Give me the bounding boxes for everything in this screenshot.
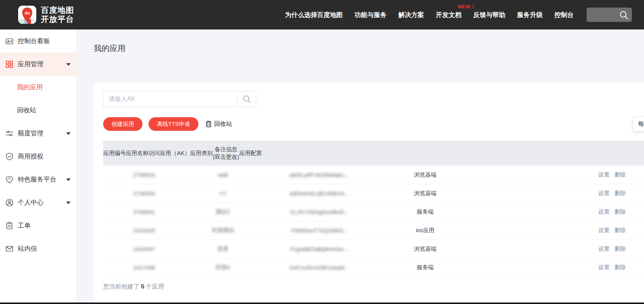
app-id-cell: 2708061 [103, 209, 185, 215]
column-header: 备注信息 (双击更改) [213, 146, 239, 161]
app-category-cell: 浏览器端 [378, 245, 472, 253]
delete-link[interactable]: 删除 [615, 227, 626, 233]
sidebar-item[interactable]: 应用管理 [0, 53, 77, 76]
table-row: 2423426 对接测试 YhbEkauT7sQs59kD... ios应用 设… [103, 221, 644, 240]
app-name-cell: 首查 [185, 245, 261, 253]
logo-wordmark: 百度地图 开放平台 [41, 6, 74, 24]
app-config-cell: 设置 删除 [580, 171, 644, 178]
page-size-label: 每页显示 [638, 120, 644, 128]
navbar-menu-label: 控制台 [554, 11, 574, 19]
app-name-cell: 对接测试 [185, 227, 261, 234]
recycle-bin-button[interactable]: 回收站 [205, 120, 232, 128]
navbar-menu-label: 反馈与帮助 [473, 11, 505, 19]
app-ak-cell: FcgwbBZaBq9HmGe... [261, 246, 378, 252]
applications-panel: 创建应用 离线TTS申请 回收站 每页显示 [94, 82, 644, 302]
navbar-menu-item[interactable]: 功能与服务 [355, 11, 387, 19]
settings-link[interactable]: 设置 [598, 264, 610, 270]
sidebar-item[interactable]: 工单 [0, 214, 77, 237]
title-divider [147, 48, 644, 49]
app-config-cell: 设置 删除 [580, 208, 644, 216]
app-config-cell: 设置 删除 [580, 190, 644, 197]
sidebar-item-label: 工单 [18, 221, 31, 230]
column-header: 应用类别 [190, 149, 213, 157]
sidebar-item-label: 商用授权 [18, 152, 43, 161]
delete-link[interactable]: 删除 [615, 190, 626, 196]
dashboard-card-icon [5, 37, 14, 45]
ak-search-input[interactable] [104, 92, 237, 107]
create-app-button[interactable]: 创建应用 [103, 117, 142, 131]
app-ak-cell: CLZkY3GHgSmd9vR... [261, 209, 378, 215]
navbar-menu: 为什么选择百度地图 功能与服务 解决方案 NEW ! 开发文档 [285, 11, 574, 19]
settings-link[interactable]: 设置 [598, 171, 610, 178]
navbar-menu-item[interactable]: 为什么选择百度地图 [285, 11, 343, 19]
app-category-cell: 浏览器端 [378, 190, 472, 197]
app-name-cell: 测试2 [185, 208, 261, 216]
navbar-menu-label: 为什么选择百度地图 [285, 11, 343, 19]
column-header: 访问应用（AK） [149, 149, 190, 157]
sidebar-item-label: 特色服务平台 [18, 175, 56, 184]
settings-link[interactable]: 设置 [598, 245, 610, 252]
settings-link[interactable]: 设置 [598, 190, 610, 196]
settings-link[interactable]: 设置 [598, 208, 610, 215]
column-header: 应用名称 [126, 149, 149, 157]
table-row: 2736594 YY tuEKeHSLQEzWBm4... 浏览器端 设置 删除 [103, 184, 644, 203]
navbar-menu-item[interactable]: 反馈与帮助 [473, 11, 505, 19]
app-category-cell: 服务端 [378, 264, 472, 271]
shield-check-icon [5, 152, 14, 161]
delete-link[interactable]: 删除 [615, 208, 626, 215]
navbar-menu-item[interactable]: NEW ! 开发文档 [436, 11, 461, 19]
sidebar-item[interactable]: 个人中心 [0, 191, 77, 214]
table-header-row: 应用编号 应用名称 访问应用（AK） [103, 141, 644, 166]
app-count-summary: 您当前创建了6个应用 [103, 283, 644, 291]
applications-table: 应用编号 应用名称 访问应用（AK） [103, 141, 644, 277]
top-navbar: du 百度地图 开放平台 为什么选择百度地图 功能与服务 [0, 0, 644, 29]
main-content: 我的应用 创建应用 离线TTS申请 [77, 29, 644, 304]
ak-search-button[interactable] [237, 92, 256, 107]
navbar-menu-label: 服务升级 [517, 11, 543, 19]
sidebar-item[interactable]: 商用授权 [0, 145, 77, 168]
baidu-maps-logo[interactable]: du 百度地图 开放平台 [18, 6, 74, 24]
offline-tts-button[interactable]: 离线TTS申请 [149, 117, 198, 131]
ak-search-group [103, 91, 256, 107]
sidebar-item[interactable]: 回收站 [0, 99, 77, 122]
sidebar-nav: 控制台看板 应用管理 我的应用 回收站 [0, 29, 77, 304]
map-pin-logo-icon: du [18, 6, 36, 24]
badge-heart-icon [5, 175, 14, 184]
table-row: 2417438 经查6 GAYxuRnmDEnzeqW... 服务端 设置 删除 [103, 258, 644, 277]
app-id-cell: 2758003 [103, 172, 185, 178]
sidebar-item[interactable]: 特色服务平台 [0, 168, 77, 191]
sidebar-item-label: 回收站 [17, 106, 36, 115]
delete-link[interactable]: 删除 [615, 264, 626, 270]
delete-link[interactable]: 删除 [615, 245, 626, 252]
svg-text:du: du [25, 11, 29, 15]
sidebar-item[interactable]: 站内信 [0, 237, 77, 260]
app-name-cell: wd8 [185, 172, 261, 178]
apps-grid-icon [5, 60, 14, 68]
trash-icon [205, 120, 212, 128]
column-header: 应用编号 [103, 149, 126, 157]
navbar-menu-item[interactable]: 解决方案 [398, 11, 424, 19]
sidebar-item[interactable]: 控制台看板 [0, 29, 77, 53]
app-ak-cell: YhbEkauT7sQs59kD... [261, 227, 378, 234]
app-category-cell: ios应用 [378, 227, 472, 234]
app-config-cell: 设置 删除 [580, 227, 644, 234]
table-row: 2424067 首查 FcgwbBZaBq9HmGe... 浏览器端 设置 删除 [103, 240, 644, 258]
table-row: 2758003 wd8 aW5LydfY4GSbWqKc... 浏览器端 设置 … [103, 166, 644, 184]
search-icon [242, 95, 251, 104]
sidebar-item[interactable]: 额度管理 [0, 122, 77, 145]
app-id-cell: 2423426 [103, 227, 185, 234]
clipboard-icon [5, 222, 14, 230]
navbar-menu-item[interactable]: 服务升级 [517, 11, 543, 19]
app-id-cell: 2417438 [103, 264, 185, 271]
navbar-search-box[interactable] [587, 8, 632, 22]
delete-link[interactable]: 删除 [615, 171, 626, 178]
table-body: 2758003 wd8 aW5LydfY4GSbWqKc... 浏览器端 设置 … [103, 166, 644, 277]
settings-link[interactable]: 设置 [598, 227, 610, 233]
navbar-menu-label: 开发文档 [436, 11, 461, 19]
user-circle-icon [5, 199, 14, 207]
sidebar-item[interactable]: 我的应用 [0, 76, 77, 99]
app-category-cell: 浏览器端 [378, 171, 472, 178]
navbar-menu-item[interactable]: 控制台 [554, 11, 574, 19]
page-size-select[interactable]: 每页显示 [633, 116, 644, 132]
sidebar-item-label: 站内信 [18, 244, 37, 253]
